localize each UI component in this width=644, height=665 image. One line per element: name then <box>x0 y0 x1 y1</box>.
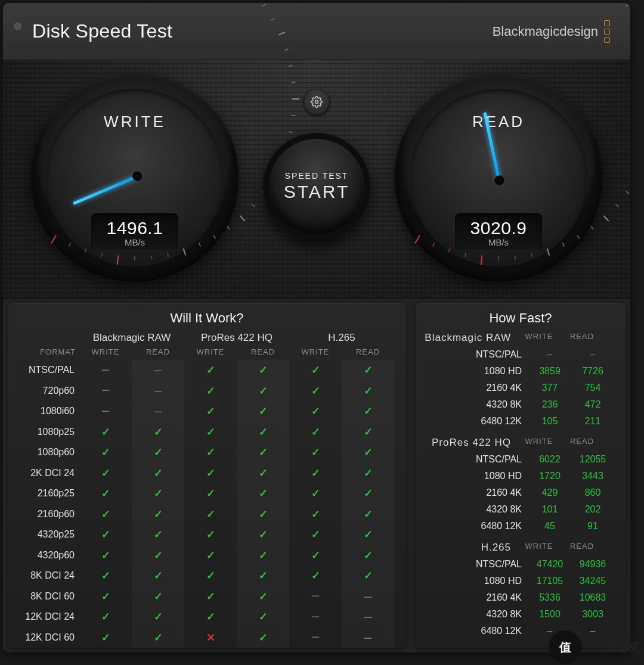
wiw-cell: ✓ <box>237 627 289 648</box>
will-it-work-panel: Will It Work? Blackmagic RAW ProRes 422 … <box>8 303 406 648</box>
hf-row: 2160 4K 429 860 <box>416 484 615 501</box>
hf-codec-label: ProRes 422 HQ <box>416 437 518 449</box>
how-fast-panel: How Fast? Blackmagic RAW WRITEREADNTSC/P… <box>416 303 626 648</box>
wiw-cell: ✓ <box>342 524 394 545</box>
hf-codec-label: Blackmagic RAW <box>416 332 518 344</box>
wiw-cell: ✓ <box>184 405 237 418</box>
hf-format: 4320 8K <box>416 609 529 620</box>
hf-row: 6480 12K 105 211 <box>416 413 615 430</box>
wiw-cell: ✓ <box>79 528 132 541</box>
start-button[interactable]: SPEED TEST START <box>263 133 370 240</box>
wiw-cell: – <box>342 627 394 648</box>
watermark-badge: 值 <box>549 630 582 664</box>
hf-format: NTSC/PAL <box>416 349 529 360</box>
wiw-cell: ✓ <box>79 569 132 582</box>
wiw-cell: ✓ <box>79 590 132 603</box>
hf-format: NTSC/PAL <box>416 454 529 465</box>
read-gauge: READ 3020.9 MB/s <box>394 73 603 282</box>
hf-format: NTSC/PAL <box>416 559 529 570</box>
wiw-cell: ✓ <box>237 401 289 422</box>
format-label: 12K DCI 24 <box>13 611 79 622</box>
wiw-row: 1080i60––✓✓✓✓ <box>13 401 399 422</box>
hf-write-value: 105 <box>529 416 571 427</box>
hf-format: 1080 HD <box>416 366 529 377</box>
wiw-row: 720p60––✓✓✓✓ <box>13 381 399 402</box>
read-readout: 3020.9 MB/s <box>455 213 542 250</box>
format-label: NTSC/PAL <box>13 365 79 375</box>
wiw-cell: ✓ <box>289 508 342 521</box>
wiw-cell: ✓ <box>342 483 394 504</box>
hf-format: 6480 12K <box>416 521 529 532</box>
wiw-cell: ✓ <box>132 483 184 504</box>
wiw-cell: ✓ <box>237 360 289 381</box>
close-window-button[interactable] <box>14 23 21 30</box>
hf-row: 1080 HD 3859 7726 <box>416 363 615 380</box>
format-label: 1080i60 <box>13 406 79 417</box>
wiw-cell: ✓ <box>184 363 237 377</box>
wiw-cell: ✓ <box>79 467 132 480</box>
hf-read-value: 3003 <box>571 609 615 620</box>
hf-row: NTSC/PAL 6022 12055 <box>416 451 615 468</box>
codec-header: Blackmagic RAW <box>79 332 184 344</box>
header: Disk Speed Test Blackmagicdesign <box>3 3 630 60</box>
brand: Blackmagicdesign <box>493 20 610 43</box>
wiw-row: 2K DCI 24✓✓✓✓✓✓ <box>13 463 399 484</box>
hf-write-value: 1500 <box>529 609 571 620</box>
hf-format: 1080 HD <box>416 471 529 481</box>
hf-write-value: 17105 <box>529 576 571 586</box>
wiw-cell: ✓ <box>342 360 394 381</box>
wiw-row: 1080p60✓✓✓✓✓✓ <box>13 442 399 463</box>
hf-read-value: 34245 <box>571 576 615 586</box>
hf-format: 6480 12K <box>416 416 529 427</box>
read-value: 3020.9 <box>455 218 542 238</box>
wiw-cell: ✓ <box>184 590 237 603</box>
wiw-cell: – <box>342 586 394 607</box>
hf-format: 4320 8K <box>416 504 529 515</box>
wiw-cell: ✓ <box>184 569 237 582</box>
hf-row: 6480 12K 45 91 <box>416 518 615 535</box>
format-label: 4320p25 <box>13 529 79 540</box>
wiw-cell: ✓ <box>237 524 289 545</box>
hf-read-value: 91 <box>571 521 615 532</box>
wiw-cell: ✓ <box>132 565 184 586</box>
hf-write-value: 1720 <box>529 471 571 481</box>
write-readout: 1496.1 MB/s <box>91 213 178 250</box>
wiw-cell: ✓ <box>132 442 184 463</box>
wiw-cell: – <box>289 611 342 623</box>
wiw-cell: ✓ <box>237 442 289 463</box>
read-gauge-label: READ <box>394 113 603 131</box>
wiw-cell: ✓ <box>289 528 342 541</box>
wiw-row: 12K DCI 24✓✓✓✓–– <box>13 607 399 627</box>
wiw-cell: ✓ <box>289 549 342 562</box>
wiw-cell: ✓ <box>184 384 237 397</box>
format-header: FORMAT <box>13 347 79 356</box>
wiw-cell: ✕ <box>184 631 237 644</box>
wiw-cell: ✓ <box>184 528 237 541</box>
wiw-cell: ✓ <box>132 504 184 525</box>
wiw-cell: – <box>79 405 132 418</box>
wiw-row: 1080p25✓✓✓✓✓✓ <box>13 422 399 443</box>
hf-write-value: 429 <box>529 487 571 498</box>
hf-read-value: 472 <box>571 399 615 410</box>
hf-row: 4320 8K 101 202 <box>416 501 615 518</box>
wiw-cell: ✓ <box>237 381 289 402</box>
brand-logo-icon <box>604 20 610 43</box>
hf-write-value: 47420 <box>529 559 571 570</box>
settings-button[interactable] <box>304 89 330 115</box>
wiw-cell: ✓ <box>289 384 342 397</box>
wiw-cell: ✓ <box>132 422 184 443</box>
wiw-cell: ✓ <box>79 508 132 521</box>
wiw-row: 8K DCI 60✓✓✓✓–– <box>13 586 399 607</box>
wiw-cell: ✓ <box>289 446 342 459</box>
wiw-cell: – <box>289 590 342 602</box>
wiw-row: 2160p25✓✓✓✓✓✓ <box>13 483 399 504</box>
write-gauge: WRITE 1496.1 MB/s <box>30 73 239 282</box>
wiw-cell: ✓ <box>79 487 132 500</box>
format-label: 2K DCI 24 <box>13 468 79 478</box>
wiw-cell: ✓ <box>342 504 394 525</box>
hf-write-value: 3859 <box>529 366 571 377</box>
wiw-cell: ✓ <box>237 483 289 504</box>
wiw-cell: ✓ <box>132 463 184 484</box>
svg-point-0 <box>315 101 318 104</box>
hf-row: NTSC/PAL 47420 94936 <box>416 556 615 573</box>
